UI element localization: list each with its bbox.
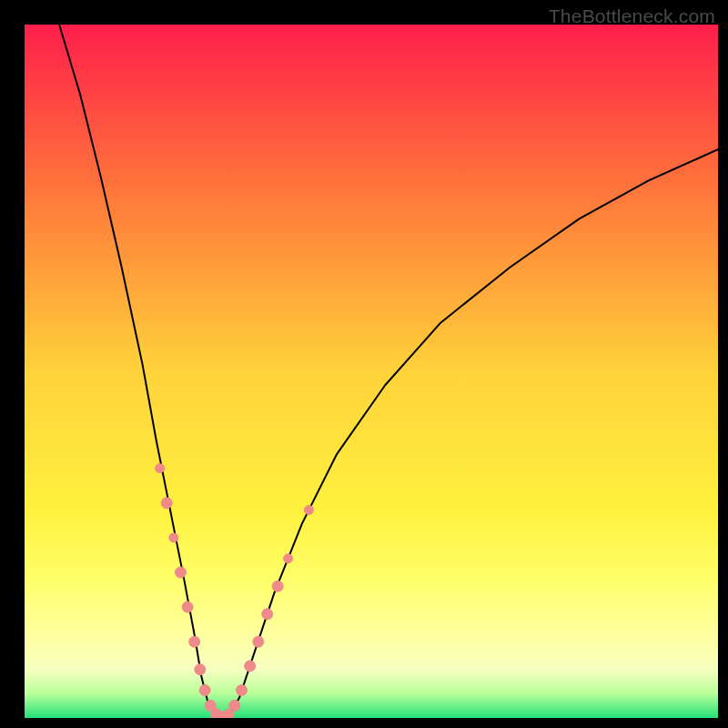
data-marker	[284, 554, 293, 563]
data-marker	[237, 685, 248, 696]
chart-frame: TheBottleneck.com	[0, 0, 728, 728]
curve-layer	[25, 25, 718, 718]
data-marker	[175, 567, 186, 578]
data-marker	[262, 609, 273, 620]
data-marker	[156, 464, 165, 473]
watermark-text: TheBottleneck.com	[549, 5, 715, 27]
data-marker	[182, 602, 193, 612]
plot-area	[25, 25, 718, 718]
data-marker	[195, 664, 206, 675]
data-marker	[199, 685, 210, 696]
data-marker	[245, 661, 256, 672]
data-marker	[189, 636, 200, 647]
marker-group	[156, 464, 314, 718]
data-marker	[229, 700, 240, 711]
bottleneck-curve	[59, 25, 718, 718]
data-marker	[304, 505, 313, 514]
data-marker	[253, 636, 264, 647]
data-marker	[169, 533, 178, 542]
data-marker	[272, 581, 283, 592]
data-marker	[161, 498, 172, 509]
